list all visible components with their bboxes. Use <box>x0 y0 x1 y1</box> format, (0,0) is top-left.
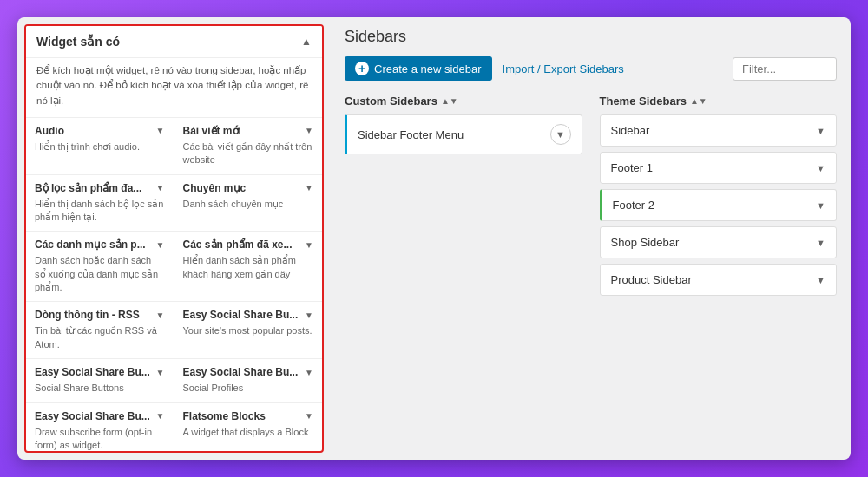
widget-cell-header: Các danh mục sản p... ▼ <box>35 238 165 251</box>
widget-panel-collapse-icon[interactable]: ▲ <box>301 36 312 48</box>
widget-dropdown-arrow[interactable]: ▼ <box>156 126 165 135</box>
widget-desc: Social Share Buttons <box>35 382 165 395</box>
widget-panel: Widget sẵn có ▲ Để kích hoạt một widget,… <box>24 24 324 453</box>
import-export-link[interactable]: Import / Export Sidebars <box>503 62 624 75</box>
toolbar: + Create a new sidebar Import / Export S… <box>345 56 837 81</box>
widget-cell: Các danh mục sản p... ▼ Danh sách hoặc d… <box>26 232 174 302</box>
widget-name: Audio <box>35 125 64 137</box>
widget-cell-header: Flatsome Blocks ▼ <box>183 410 314 422</box>
custom-sidebars-col: Custom Sidebars ▲▼ Sidebar Footer Menu ▼ <box>345 95 582 301</box>
widget-cell: Easy Social Share Bu... ▼ Social Share B… <box>26 359 174 402</box>
widget-dropdown-arrow[interactable]: ▼ <box>156 368 165 377</box>
widget-desc: Danh sách chuyên mục <box>183 198 314 211</box>
widget-dropdown-arrow[interactable]: ▼ <box>305 126 313 135</box>
sidebar-item-arrow: ▼ <box>816 275 825 285</box>
widget-dropdown-arrow[interactable]: ▼ <box>305 240 313 250</box>
create-sidebar-label: Create a new sidebar <box>374 62 482 75</box>
custom-sidebars-label: Custom Sidebars <box>345 95 437 108</box>
theme-sidebars-list: Sidebar ▼ Footer 1 ▼ Footer 2 ▼ Shop Sid… <box>600 114 838 296</box>
widget-cell-header: Dòng thông tin - RSS ▼ <box>35 309 165 321</box>
custom-sort-icon[interactable]: ▲▼ <box>441 96 458 106</box>
theme-sidebars-header: Theme Sidebars ▲▼ <box>600 95 838 108</box>
widget-cell: Easy Social Share Bu... ▼ Draw subscribe… <box>26 403 174 451</box>
widget-cell-header: Bài viết mới ▼ <box>183 125 314 137</box>
widget-dropdown-arrow[interactable]: ▼ <box>305 310 313 320</box>
widget-desc: Danh sách hoặc danh sách sổ xuống của da… <box>35 254 165 294</box>
filter-input[interactable] <box>733 57 837 81</box>
widget-cell: Audio ▼ Hiển thị trình chơi audio. <box>26 118 174 175</box>
widget-panel-description: Để kích hoạt một widget, rê nó vào trong… <box>26 58 322 118</box>
widget-cell-header: Easy Social Share Bu... ▼ <box>183 309 314 321</box>
widget-panel-title: Widget sẵn có <box>36 35 120 49</box>
widget-desc: Hiển thị danh sách bộ lọc sản phẩm hiện … <box>35 198 165 225</box>
theme-sidebar-item[interactable]: Footer 1 ▼ <box>600 152 838 184</box>
widget-panel-header: Widget sẵn có ▲ <box>26 26 322 58</box>
sidebar-item-toggle[interactable]: ▼ <box>550 124 571 145</box>
sidebar-item-name: Sidebar Footer Menu <box>358 128 464 141</box>
widget-cell-header: Các sản phẩm đã xe... ▼ <box>183 238 314 251</box>
widget-cell: Bài viết mới ▼ Các bài viết gần đây nhất… <box>174 118 323 175</box>
widget-name: Các danh mục sản p... <box>35 238 146 251</box>
widget-cell: Easy Social Share Bu... ▼ Social Profile… <box>174 359 323 402</box>
custom-sidebars-list: Sidebar Footer Menu ▼ <box>345 114 582 154</box>
widget-name: Bộ lọc sản phẩm đa... <box>35 182 141 194</box>
widget-name: Easy Social Share Bu... <box>183 309 299 321</box>
right-panel: Sidebars + Create a new sidebar Import /… <box>331 17 851 460</box>
widget-desc: A widget that displays a Block <box>183 426 314 439</box>
theme-sidebars-col: Theme Sidebars ▲▼ Sidebar ▼ Footer 1 ▼ F… <box>600 95 838 301</box>
main-container: Widget sẵn có ▲ Để kích hoạt một widget,… <box>17 17 851 460</box>
sidebar-item-name: Shop Sidebar <box>611 236 680 249</box>
theme-sort-icon[interactable]: ▲▼ <box>690 96 707 106</box>
widget-cell-header: Chuyên mục ▼ <box>183 182 314 194</box>
theme-sidebars-label: Theme Sidebars <box>600 95 687 108</box>
sidebar-item-arrow: ▼ <box>816 200 825 211</box>
widget-cell-header: Easy Social Share Bu... ▼ <box>35 366 165 378</box>
theme-sidebar-item[interactable]: Shop Sidebar ▼ <box>600 226 838 258</box>
widget-cell-header: Easy Social Share Bu... ▼ <box>35 410 165 422</box>
create-sidebar-button[interactable]: + Create a new sidebar <box>345 56 492 81</box>
custom-sidebars-header: Custom Sidebars ▲▼ <box>345 95 582 108</box>
widget-desc: Your site's most popular posts. <box>183 324 314 337</box>
widget-cell: Chuyên mục ▼ Danh sách chuyên mục <box>174 175 323 232</box>
sidebar-item-arrow: ▼ <box>816 238 825 248</box>
sidebar-item-name: Footer 1 <box>611 161 653 174</box>
widget-grid: Audio ▼ Hiển thị trình chơi audio. Bài v… <box>26 118 322 451</box>
widget-dropdown-arrow[interactable]: ▼ <box>156 183 165 193</box>
widget-cell: Flatsome Blocks ▼ A widget that displays… <box>174 403 323 451</box>
widget-dropdown-arrow[interactable]: ▼ <box>305 411 313 421</box>
widget-desc: Draw subscribe form (opt-in form) as wid… <box>35 426 165 451</box>
widget-name: Dòng thông tin - RSS <box>35 309 140 321</box>
widget-desc: Hiển danh sách sản phẩm khách hàng xem g… <box>183 254 314 281</box>
widget-dropdown-arrow[interactable]: ▼ <box>156 240 165 250</box>
sidebar-item-arrow: ▼ <box>816 126 825 136</box>
theme-sidebar-item[interactable]: Sidebar ▼ <box>600 114 838 147</box>
widget-dropdown-arrow[interactable]: ▼ <box>305 183 313 193</box>
widget-cell: Bộ lọc sản phẩm đa... ▼ Hiển thị danh sá… <box>26 175 174 232</box>
sidebar-item-name: Footer 2 <box>613 199 654 212</box>
widget-name: Chuyên mục <box>183 182 247 194</box>
widget-desc: Hiển thị trình chơi audio. <box>35 140 165 154</box>
widget-name: Easy Social Share Bu... <box>35 410 150 422</box>
widget-desc: Tin bài từ các nguồn RSS và Atom. <box>35 324 165 351</box>
widget-cell: Dòng thông tin - RSS ▼ Tin bài từ các ng… <box>26 302 174 359</box>
theme-sidebar-item[interactable]: Footer 2 ▼ <box>600 189 838 221</box>
sidebar-item-name: Product Sidebar <box>611 273 692 286</box>
widget-name: Các sản phẩm đã xe... <box>183 238 293 251</box>
sidebars-columns: Custom Sidebars ▲▼ Sidebar Footer Menu ▼… <box>345 95 837 301</box>
widget-dropdown-arrow[interactable]: ▼ <box>156 411 165 421</box>
page-title: Sidebars <box>345 28 837 46</box>
widget-name: Easy Social Share Bu... <box>35 366 150 378</box>
widget-desc: Các bài viết gần đây nhất trên website <box>183 140 314 167</box>
widget-dropdown-arrow[interactable]: ▼ <box>156 310 165 320</box>
sidebar-item-arrow: ▼ <box>816 163 825 173</box>
widget-name: Easy Social Share Bu... <box>183 366 299 378</box>
theme-sidebar-item[interactable]: Product Sidebar ▼ <box>600 264 838 296</box>
custom-sidebar-item[interactable]: Sidebar Footer Menu ▼ <box>345 114 582 154</box>
widget-cell-header: Audio ▼ <box>35 125 165 137</box>
widget-cell: Các sản phẩm đã xe... ▼ Hiển danh sách s… <box>174 232 323 302</box>
widget-dropdown-arrow[interactable]: ▼ <box>305 368 313 377</box>
sidebar-item-name: Sidebar <box>611 124 650 137</box>
widget-cell-header: Easy Social Share Bu... ▼ <box>183 366 314 378</box>
widget-name: Bài viết mới <box>183 125 241 137</box>
widget-name: Flatsome Blocks <box>183 410 266 422</box>
